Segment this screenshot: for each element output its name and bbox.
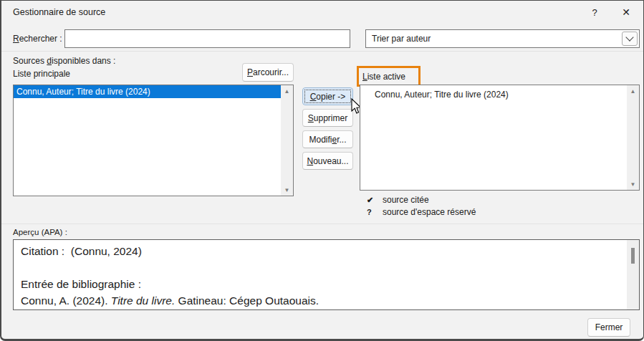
browse-button[interactable]: Parcourir... [242, 63, 294, 82]
search-label: Rechercher : [13, 34, 62, 44]
search-label-text: echercher : [19, 34, 62, 44]
master-list-label: Liste principale [13, 69, 70, 79]
search-input[interactable] [64, 29, 350, 48]
master-list[interactable]: Connu, Auteur; Titre du livre (2024) ▲ ▼ [13, 85, 294, 196]
master-list-scrollbar[interactable]: ▲ ▼ [281, 85, 293, 196]
edit-pre: Modifi [309, 135, 332, 145]
scroll-down-icon[interactable]: ▼ [627, 178, 639, 190]
search-label-mnemonic: R [13, 34, 19, 44]
check-icon: ✔ [367, 196, 375, 205]
preview-label: Aperçu (APA) : [13, 228, 67, 236]
preview-divider [1, 224, 644, 224]
preview-bib-heading: Entrée de bibliographie : [21, 276, 617, 292]
active-list[interactable]: Connu, Auteur; Titre du livre (2024) ▲ ▼ [360, 85, 640, 191]
available-sources-label: Sources disponibles dans : [13, 56, 115, 66]
copy-label: Copier -> [310, 92, 346, 102]
help-button[interactable]: ? [583, 2, 606, 22]
preview-scrollbar-thumb[interactable] [631, 248, 635, 264]
active-list-label: Liste active [362, 72, 405, 82]
bib-title-italic: Titre du livre. [111, 294, 175, 307]
top-divider [1, 51, 644, 52]
close-button[interactable]: ✕ [615, 2, 638, 22]
preview-citation-line: Citation : (Connu, 2024) [21, 243, 617, 259]
new-button[interactable]: Nouveau... [302, 152, 353, 170]
browse-text: arcourir... [253, 67, 289, 77]
legend-cited-text: source citée [383, 195, 429, 205]
bib-publisher: Gatineau: Cégep Outaouais. [175, 294, 319, 307]
master-list-item[interactable]: Connu, Auteur; Titre du livre (2024) [14, 85, 281, 98]
preview-pane: Citation : (Connu, 2024) Entrée de bibli… [13, 239, 640, 310]
preview-text: Citation : (Connu, 2024) Entrée de bibli… [14, 240, 639, 309]
help-icon: ? [592, 7, 597, 18]
active-list-mnemonic: L [362, 72, 367, 82]
question-mark-icon: ? [367, 208, 375, 216]
scroll-up-icon[interactable]: ▲ [281, 85, 293, 97]
sort-dropdown-button[interactable] [622, 32, 638, 46]
liste-active-annotation-box: Liste active [357, 66, 420, 87]
close-icon: ✕ [622, 6, 630, 18]
scroll-down-icon[interactable]: ▼ [281, 184, 293, 196]
new-mnemonic: N [307, 156, 313, 166]
delete-button[interactable]: Supprimer [302, 109, 353, 127]
preview-blank-line [21, 259, 617, 276]
fermer-button[interactable]: Fermer [587, 318, 630, 337]
delete-label: Supprimer [308, 113, 347, 123]
bib-author: Connu, A. (2024). [21, 294, 111, 307]
dialog-title: Gestionnaire de source [13, 7, 105, 17]
active-list-item[interactable]: Connu, Auteur; Titre du livre (2024) [360, 88, 627, 101]
source-manager-dialog: Gestionnaire de source ? ✕ Rechercher : … [0, 0, 644, 341]
copy-mnemonic: C [310, 92, 317, 102]
scroll-up-icon[interactable]: ▲ [627, 85, 639, 97]
legend-placeholder: ? source d'espace réservé [367, 207, 476, 217]
legend-placeholder-text: source d'espace réservé [383, 207, 476, 217]
available-sources-post: isponibles dans : [52, 56, 115, 66]
new-label: Nouveau... [307, 156, 348, 166]
edit-button[interactable]: Modifier... [302, 130, 353, 148]
available-sources-pre: Sources [13, 56, 47, 66]
copy-text: opier -> [316, 92, 345, 102]
edit-text: r... [337, 135, 346, 145]
active-list-text: iste active [367, 72, 405, 82]
sort-dropdown-value: Trier par auteur [372, 34, 431, 44]
copy-button[interactable]: Copier -> [302, 87, 353, 105]
active-list-scrollbar[interactable]: ▲ ▼ [627, 85, 639, 190]
chevron-down-icon [625, 33, 633, 41]
delete-mnemonic: S [308, 113, 314, 123]
legend-cited: ✔ source citée [367, 195, 429, 205]
browse-mnemonic: P [247, 67, 253, 77]
delete-text: upprimer [314, 113, 347, 123]
preview-scrollbar[interactable] [627, 240, 639, 309]
preview-bib-entry: Connu, A. (2024). Titre du livre. Gatine… [21, 292, 617, 309]
new-text: ouveau... [313, 156, 348, 166]
browse-label: Parcourir... [247, 67, 289, 77]
sort-dropdown[interactable]: Trier par auteur [365, 29, 640, 48]
edit-label: Modifier... [309, 135, 346, 145]
